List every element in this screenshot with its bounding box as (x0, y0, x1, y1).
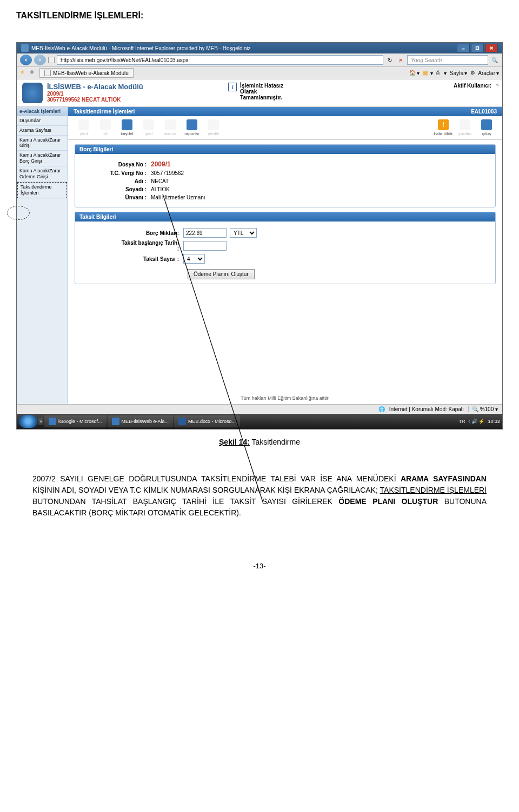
panel-borc-title: Borç Bilgileri (75, 145, 495, 154)
sidebar-item-odeme[interactable]: Kamu Alacak/Zarar Ödeme Girişi (17, 166, 68, 182)
start-button[interactable] (19, 415, 37, 428)
iptal-button[interactable]: iptal (138, 119, 159, 136)
back-button[interactable] (20, 55, 32, 65)
address-bar[interactable] (57, 55, 383, 65)
tab-bar: ★ ✚ MEB-İlsisWeb e-Alacak Modülü 🏠▾ ▦▾ ⎙… (17, 67, 502, 79)
tc-label: T.C. Vergi No : (86, 170, 151, 176)
zoom-level[interactable]: 🔍 %100 ▾ (468, 406, 498, 412)
dosya-label: Dosya No : (86, 162, 151, 167)
panel-borc: Borç Bilgileri Dosya No :2009/1 T.C. Ver… (75, 144, 496, 207)
panel-taksit: Taksit Bilgileri Borç Miktarı: YTL Taksi… (75, 212, 496, 284)
close-button[interactable] (485, 44, 498, 52)
workspace: Taksitlendirme İşlemleri EAL01003 yeni s… (68, 107, 502, 404)
maximize-button[interactable] (471, 44, 484, 52)
forward-button[interactable] (34, 55, 46, 65)
sidebar-item-duyurular[interactable]: Duyurular (17, 116, 68, 126)
clock: 10:32 (488, 419, 500, 424)
task-word[interactable]: MEB.docx - Microso... (174, 415, 240, 427)
tarih-input[interactable] (183, 241, 227, 251)
tc-value: 30577199562 (151, 170, 184, 176)
search-icon[interactable]: 🔍 (490, 56, 499, 64)
sidebar-item-arama[interactable]: Arama Sayfası (17, 126, 68, 136)
ie-icon (112, 418, 119, 425)
yeni-button[interactable]: yeni (74, 119, 94, 136)
sayi-label: Taksit Sayısı : (118, 256, 183, 262)
unvan-label: Ünvanı : (86, 194, 151, 200)
page-icon (48, 57, 55, 63)
svg-rect-1 (476, 47, 479, 50)
tarih-label: Taksit başlangıç Tarihi : (118, 240, 183, 252)
dosya-value: 2009/1 (151, 160, 171, 168)
page-heading: TAKSİTLENDİRME İŞLEMLERİ: (0, 0, 519, 26)
kaydet-button[interactable]: kaydet (117, 119, 137, 136)
arama-button[interactable]: arama (160, 119, 181, 136)
task-igoogle[interactable]: iGoogle - Microsof... (44, 415, 107, 427)
status-bar: 🌐 Internet | Korumalı Mod: Kapalı 🔍 %100… (17, 404, 502, 414)
adi-label: Adı : (86, 178, 151, 184)
hata-button[interactable]: hata bildir (433, 119, 454, 136)
olustur-button[interactable]: Ödeme Planını Oluştur (188, 269, 255, 279)
app-header: İLSİSWEB - e-Alacak Modülü 2009/1 305771… (17, 79, 502, 107)
system-tray: TR ‹ 🔊 ⚡ 10:32 (458, 419, 500, 424)
taskbar: » iGoogle - Microsof... MEB-İlsisWeb e-A… (17, 414, 502, 429)
sayi-select[interactable]: 4 (183, 254, 205, 264)
print-button[interactable]: ⎙▾ (436, 70, 447, 76)
miktar-label: Borç Miktarı: (118, 230, 183, 236)
sidebar: e-Alacak işlemleri Duyurular Arama Sayfa… (17, 107, 68, 404)
panel-taksit-title: Taksit Bilgileri (75, 212, 495, 222)
cikis-button[interactable]: çıkış (476, 119, 497, 136)
app-dosya: 2009/1 (47, 91, 64, 97)
ie-icon (49, 418, 56, 425)
word-icon (178, 418, 186, 425)
adi-value: NECAT (151, 178, 169, 184)
figure-caption: Şekil 14: Taksitlendirme (16, 438, 503, 446)
ws-title: Taksitlendirme İşlemleri (74, 109, 135, 115)
internet-status: Internet | Korumalı Mod: Kapalı (389, 406, 464, 412)
home-button[interactable]: 🏠▾ (409, 70, 420, 76)
favorites-icon[interactable]: ★ (20, 69, 28, 77)
collapse-icon[interactable]: « (496, 82, 499, 88)
status-message: i İşleminiz Hatasız Olarak Tamamlanmıştı… (228, 83, 283, 100)
miktar-input[interactable] (183, 228, 227, 238)
titlebar: MEB-İlsisWeb e-Alacak Modülü - Microsoft… (17, 43, 502, 53)
stop-icon[interactable]: ✕ (396, 56, 405, 64)
page-menu[interactable]: Sayfa ▾ (450, 70, 468, 76)
lang-indicator[interactable]: TR (458, 419, 465, 424)
logo (22, 83, 43, 103)
sidebar-item-giris[interactable]: Kamu Alacak/Zarar Girişi (17, 136, 68, 151)
yardim-button[interactable]: yardım (455, 119, 475, 136)
app-title: İLSİSWEB - e-Alacak Modülü (47, 83, 143, 91)
add-favorite-icon[interactable]: ✚ (30, 69, 37, 77)
app-ident: 30577199562 NECAT ALTIOK (47, 97, 121, 103)
tab-icon (44, 70, 51, 76)
app-icon (21, 44, 29, 52)
refresh-icon[interactable]: ↻ (385, 56, 394, 64)
sidebar-item-taksit[interactable]: Taksitlendirme İşlemleri (17, 182, 67, 198)
soyadi-label: Soyadı : (86, 186, 151, 192)
raporlar-button[interactable]: raporlar (182, 119, 202, 136)
footer-note: Tüm hakları Milli Eğitim Bakanlığına ait… (68, 392, 502, 404)
yenile-button[interactable]: yenile (203, 119, 224, 136)
sil-button[interactable]: sil (95, 119, 116, 136)
rss-button[interactable]: ▦▾ (423, 70, 433, 76)
content-area: « İLSİSWEB - e-Alacak Modülü 2009/1 3057… (17, 79, 502, 404)
window-title: MEB-İlsisWeb e-Alacak Modülü - Microsoft… (31, 45, 457, 51)
sidebar-header: e-Alacak işlemleri (17, 107, 68, 116)
ws-toolbar: yeni sil kaydet iptal arama raporlar yen… (68, 116, 502, 140)
browser-window: MEB-İlsisWeb e-Alacak Modülü - Microsoft… (16, 42, 503, 430)
task-meb[interactable]: MEB-İlsisWeb e-Ala... (108, 415, 173, 427)
tools-menu[interactable]: ⚙Araçlar ▾ (470, 70, 499, 76)
unvan-value: Mali Hizmetler Uzmanı (151, 194, 205, 200)
active-user-label: Aktif Kullanıcı: (454, 83, 497, 89)
soyadi-value: ALTIOK (151, 186, 170, 192)
page-number: -13- (0, 562, 519, 581)
quick-launch[interactable]: » (38, 418, 43, 425)
currency-select[interactable]: YTL (230, 228, 257, 238)
search-box[interactable] (407, 55, 488, 65)
tab-label: MEB-İlsisWeb e-Alacak Modülü (53, 70, 129, 76)
browser-tab[interactable]: MEB-İlsisWeb e-Alacak Modülü (39, 68, 134, 78)
ws-code: EAL01003 (471, 109, 497, 115)
minimize-button[interactable] (457, 44, 470, 52)
tray-icons[interactable]: ‹ 🔊 ⚡ (468, 419, 484, 424)
sidebar-item-borc[interactable]: Kamu Alacak/Zarar Borç Girişi (17, 151, 68, 166)
